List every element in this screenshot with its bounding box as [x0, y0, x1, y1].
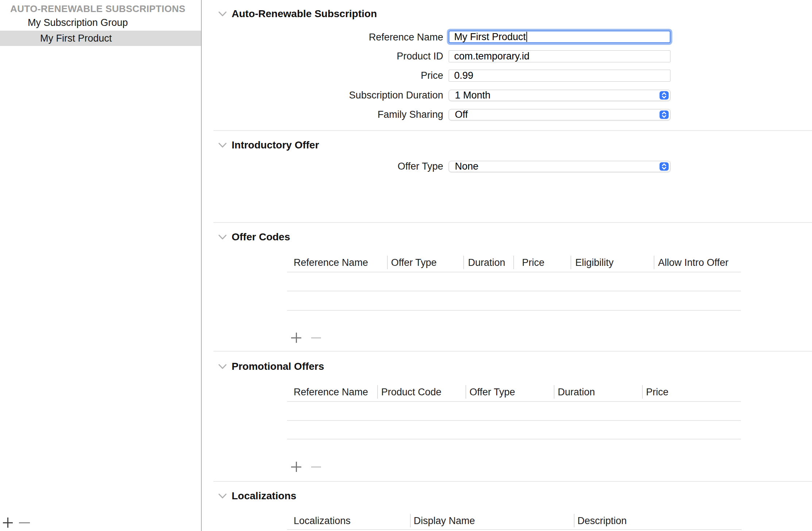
section-divider: [213, 351, 812, 352]
column-header[interactable]: Duration: [468, 256, 505, 269]
chevron-down-icon[interactable]: [218, 235, 227, 240]
column-header[interactable]: Duration: [558, 385, 595, 399]
popup-stepper-icon: [660, 91, 669, 100]
price-value: 0.99: [454, 70, 473, 81]
table-row-line: [287, 439, 741, 439]
section-title: Introductory Offer: [232, 139, 319, 151]
table-row-line: [287, 291, 741, 291]
section-header-offer-codes[interactable]: Offer Codes: [218, 231, 290, 243]
section-header-introductory-offer[interactable]: Introductory Offer: [218, 139, 319, 151]
section-divider: [213, 222, 812, 223]
table-row-line: [287, 310, 741, 311]
column-separator[interactable]: [654, 256, 654, 269]
product-detail-pane: Auto-Renewable Subscription Reference Na…: [0, 0, 812, 531]
column-header[interactable]: Price: [522, 256, 545, 269]
offer-codes-remove-icon[interactable]: [311, 333, 321, 343]
section-divider: [213, 130, 812, 131]
column-header[interactable]: Offer Type: [391, 256, 437, 269]
column-separator[interactable]: [571, 256, 571, 269]
column-separator[interactable]: [410, 514, 411, 527]
family-sharing-value: Off: [455, 109, 468, 120]
field-label-offer-type: Offer Type: [202, 161, 443, 172]
product-id-value: com.temporary.id: [454, 51, 530, 62]
column-header[interactable]: Price: [646, 385, 669, 399]
chevron-down-icon[interactable]: [218, 11, 227, 17]
column-header[interactable]: Offer Type: [469, 385, 515, 399]
family-sharing-select[interactable]: Off: [449, 109, 670, 120]
column-header[interactable]: Reference Name: [294, 385, 368, 399]
section-header-promotional-offers[interactable]: Promotional Offers: [218, 361, 324, 372]
column-separator[interactable]: [463, 256, 464, 269]
section-title: Promotional Offers: [232, 361, 324, 372]
column-header[interactable]: Reference Name: [294, 256, 368, 269]
promotional-offers-remove-icon[interactable]: [311, 462, 321, 472]
column-separator[interactable]: [465, 385, 466, 399]
table-row-line: [287, 529, 742, 530]
section-header-localizations[interactable]: Localizations: [218, 490, 296, 502]
column-header[interactable]: Eligibility: [575, 256, 614, 269]
field-label-family-sharing: Family Sharing: [202, 109, 443, 120]
table-row-line: [287, 401, 741, 402]
field-label-subscription-duration: Subscription Duration: [202, 90, 443, 101]
product-id-input[interactable]: com.temporary.id: [449, 50, 670, 62]
price-input[interactable]: 0.99: [449, 70, 670, 82]
field-label-reference-name: Reference Name: [202, 31, 443, 43]
chevron-down-icon[interactable]: [218, 364, 227, 369]
offer-codes-add-icon[interactable]: [291, 333, 301, 343]
column-separator[interactable]: [642, 385, 643, 399]
section-title: Auto-Renewable Subscription: [232, 8, 377, 20]
field-label-price: Price: [202, 70, 443, 82]
section-title: Localizations: [232, 490, 296, 502]
column-header[interactable]: Localizations: [294, 514, 351, 527]
promotional-offers-add-icon[interactable]: [291, 462, 301, 472]
field-label-product-id: Product ID: [202, 50, 443, 62]
table-row-line: [287, 272, 741, 272]
table-row-line: [287, 420, 741, 421]
popup-stepper-icon: [660, 111, 669, 119]
offer-type-select[interactable]: None: [449, 161, 670, 172]
column-header[interactable]: Allow Intro Offer: [658, 256, 728, 269]
column-separator[interactable]: [513, 256, 514, 269]
chevron-down-icon[interactable]: [218, 493, 227, 499]
column-separator[interactable]: [554, 385, 554, 399]
subscription-duration-select[interactable]: 1 Month: [449, 90, 670, 101]
text-cursor: [526, 32, 527, 42]
subscription-duration-value: 1 Month: [455, 90, 491, 101]
popup-stepper-icon: [660, 162, 669, 171]
column-separator[interactable]: [387, 256, 388, 269]
column-header[interactable]: Description: [577, 514, 627, 527]
reference-name-input[interactable]: My First Product: [449, 31, 670, 43]
offer-type-value: None: [455, 161, 479, 172]
column-separator[interactable]: [574, 514, 575, 527]
chevron-down-icon[interactable]: [218, 143, 227, 148]
column-separator[interactable]: [377, 385, 378, 399]
section-divider: [213, 481, 812, 482]
reference-name-value: My First Product: [454, 31, 526, 43]
column-header[interactable]: Product Code: [381, 385, 441, 399]
section-header-auto-renewable-subscription[interactable]: Auto-Renewable Subscription: [218, 8, 377, 20]
column-header[interactable]: Display Name: [414, 514, 475, 527]
section-title: Offer Codes: [232, 231, 290, 243]
